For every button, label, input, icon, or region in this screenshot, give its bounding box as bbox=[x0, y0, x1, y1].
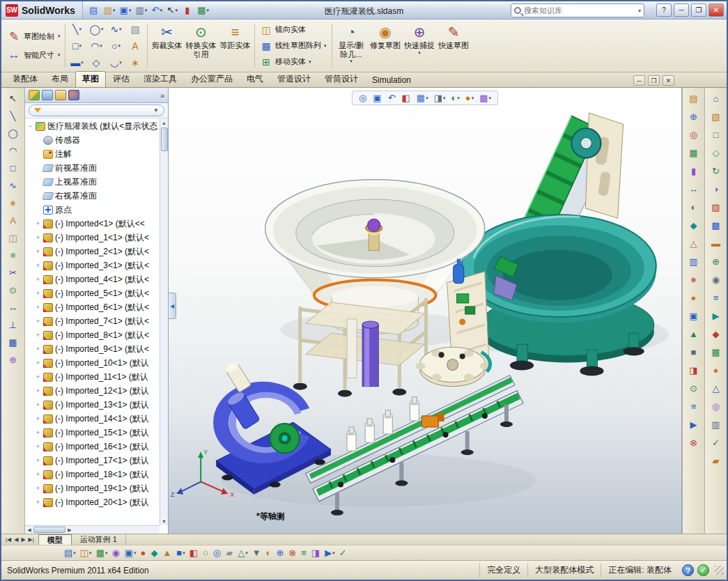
quick-snaps-button[interactable]: ⊕ 快速捕捉 ▾ bbox=[403, 21, 437, 70]
bill-of-materials-icon[interactable]: ▥ bbox=[686, 254, 702, 269]
propertymanager-tab-icon[interactable] bbox=[42, 90, 53, 100]
display-style-icon[interactable]: ◨ ▾ bbox=[432, 92, 448, 104]
minimize-button[interactable]: ─ bbox=[674, 3, 689, 17]
tree-item[interactable]: + (-) Imported_6<1> (默认< bbox=[26, 300, 160, 314]
dimension-icon[interactable]: ↔ bbox=[5, 300, 22, 315]
convert-entities-button[interactable]: ⊙ 转换实体引用 bbox=[184, 21, 218, 70]
expander-icon[interactable]: + bbox=[35, 471, 41, 478]
appearance-icon[interactable]: ● bbox=[141, 548, 147, 558]
move-component-icon[interactable]: ↔ bbox=[686, 181, 702, 196]
tree-item[interactable]: + (-) Imported_2<1> (默认< bbox=[26, 245, 160, 258]
linear-sketch-pattern-button[interactable]: ▦ 线性草图阵列 ▾ bbox=[257, 39, 330, 53]
circle-icon[interactable]: ◯ bbox=[5, 126, 22, 141]
tree-item[interactable]: + (-) Imported_16<1> (默认 bbox=[26, 440, 160, 454]
linear-component-pattern-icon[interactable]: ▦ ▾ bbox=[96, 548, 108, 558]
gem-icon[interactable]: ◆ bbox=[708, 326, 725, 341]
assembly-features-icon[interactable]: ◆ bbox=[686, 217, 702, 233]
tree-item[interactable]: 传感器 bbox=[26, 133, 160, 147]
zoom-fit-icon[interactable]: ◎ bbox=[357, 92, 369, 104]
design-library-icon[interactable]: ▧ bbox=[708, 109, 725, 124]
graphics-viewport[interactable]: X Y Z ◎ ▣ ↶ ◧ bbox=[169, 88, 682, 534]
expander-icon[interactable]: + bbox=[35, 401, 41, 408]
convert-icon[interactable]: ⊙ bbox=[5, 283, 22, 297]
tree-item[interactable]: + (-) Imported_10<1> (默认 bbox=[26, 356, 160, 370]
configurationmanager-tab-icon[interactable] bbox=[55, 90, 66, 100]
bar-tool-icon[interactable]: ▰ bbox=[226, 548, 233, 558]
view-orientation-icon[interactable]: ▦ ▾ bbox=[415, 92, 431, 104]
tree-root-item[interactable]: − 医疗瓶灌装线 (默认<显示状态 bbox=[26, 119, 160, 133]
add-tool-icon[interactable]: ⊕ bbox=[276, 548, 284, 558]
insert-component-icon[interactable]: ⊕ bbox=[686, 109, 702, 124]
solid-view-icon[interactable]: ■ bbox=[686, 344, 702, 359]
undo-icon[interactable]: ↶ ▾ bbox=[150, 3, 164, 17]
offset-icon[interactable]: ≡ bbox=[5, 248, 22, 263]
appearance-ball-icon[interactable]: ● bbox=[686, 290, 702, 305]
expander-icon[interactable]: + bbox=[35, 346, 41, 353]
half-block-icon[interactable]: ◨ bbox=[311, 548, 320, 558]
command-tab[interactable]: 草图 bbox=[75, 71, 106, 87]
view-palette-icon[interactable]: ◑ bbox=[708, 181, 725, 196]
triangle-pane-icon[interactable]: △ bbox=[708, 380, 725, 396]
macro-record-icon[interactable]: ▮ bbox=[180, 3, 194, 17]
print-icon[interactable]: ▥ ▾ bbox=[134, 3, 148, 17]
tree-collapse-arrow[interactable]: ◀ bbox=[169, 293, 176, 319]
reference-geometry-icon[interactable]: △ bbox=[686, 235, 702, 251]
expander-icon[interactable]: + bbox=[35, 248, 41, 255]
expander-icon[interactable]: + bbox=[35, 415, 41, 422]
appearances-pane-icon[interactable]: ▨ bbox=[708, 199, 725, 215]
open-document-icon[interactable]: ▨ ▾ bbox=[102, 3, 117, 17]
spline-icon[interactable]: ∿ ▾ bbox=[107, 21, 125, 37]
smart-dimension-button[interactable]: ↔ 智能尺寸 ▾ bbox=[4, 47, 63, 63]
construction-geometry-icon[interactable]: ▧ bbox=[126, 21, 145, 37]
search-dropdown-icon[interactable]: ▾ bbox=[638, 8, 641, 14]
fillet-icon[interactable]: ◡ ▾ bbox=[107, 54, 125, 70]
sketch-sheet-icon[interactable]: ▦ ▾ bbox=[196, 3, 210, 17]
recover-icon[interactable]: ↻ bbox=[708, 163, 725, 178]
tree-item[interactable]: 前视基准面 bbox=[26, 161, 160, 175]
command-tab[interactable]: 电气 bbox=[240, 71, 270, 87]
search-input[interactable] bbox=[524, 6, 638, 15]
quick-tips-icon[interactable]: ✓ bbox=[697, 564, 709, 576]
tree-item[interactable]: 上视基准面 bbox=[26, 175, 160, 189]
offset-entities-button[interactable]: ≡ 等距实体 bbox=[218, 21, 252, 70]
command-tab[interactable]: 办公室产品 bbox=[184, 71, 240, 87]
command-tab[interactable]: 布局 bbox=[45, 71, 75, 87]
expander-icon[interactable]: + bbox=[35, 234, 41, 241]
expander-icon[interactable]: + bbox=[35, 332, 41, 339]
list-icon[interactable]: ≡ bbox=[686, 398, 702, 414]
ring-icon[interactable]: ◎ bbox=[708, 398, 725, 414]
trim-icon[interactable]: ✂ bbox=[5, 265, 22, 280]
appearances-tab-icon[interactable] bbox=[68, 90, 79, 100]
component-pattern-icon[interactable]: ▦ bbox=[686, 145, 702, 160]
command-tab[interactable]: 管道设计 bbox=[270, 71, 318, 87]
tree-item[interactable]: + (-) Imported_19<1> (默认 bbox=[26, 481, 160, 495]
tree-vertical-scrollbar[interactable]: ▲ ▼ bbox=[160, 118, 168, 525]
expander-icon[interactable]: + bbox=[35, 373, 41, 380]
tree-item[interactable]: + (-) Imported_8<1> (默认< bbox=[26, 328, 160, 342]
previous-view-icon[interactable]: ↶ bbox=[386, 92, 398, 104]
line-icon[interactable]: ╲ bbox=[5, 109, 22, 123]
ellipse-icon[interactable]: ○ ▾ bbox=[107, 38, 125, 54]
section-view-icon[interactable]: ◧ bbox=[400, 92, 413, 104]
list-pane-icon[interactable]: ≡ bbox=[708, 290, 725, 305]
edit-appearance-icon[interactable]: ● ▾ bbox=[463, 92, 476, 104]
play-pane-icon[interactable]: ▶ bbox=[708, 308, 725, 323]
ball-icon[interactable]: ● bbox=[708, 362, 725, 378]
expander-icon[interactable]: + bbox=[35, 262, 41, 269]
tab-nav-icon[interactable]: |◀ bbox=[5, 536, 12, 543]
exploded-view-icon[interactable]: ∗ bbox=[686, 272, 702, 287]
check-pane-icon[interactable]: ✓ bbox=[708, 435, 725, 450]
triangle-tool-icon[interactable]: △ ▾ bbox=[238, 548, 248, 558]
spline-icon[interactable]: ∿ bbox=[5, 178, 22, 193]
document-restore-button[interactable]: ❐ bbox=[648, 75, 660, 86]
scroll-down-icon[interactable]: ▼ bbox=[162, 517, 166, 525]
apply-scene-icon[interactable]: ▩ ▾ bbox=[477, 92, 493, 104]
expander-icon[interactable]: + bbox=[35, 387, 41, 394]
mirror-entities-button[interactable]: ◫ 镜向实体 bbox=[257, 23, 330, 37]
rectangle-icon[interactable]: □ bbox=[5, 161, 22, 176]
up-axis-icon[interactable]: ▲ bbox=[686, 326, 702, 341]
tree-item[interactable]: + (-) Imported<1> (默认<< bbox=[26, 217, 160, 231]
add-pane-icon[interactable]: ⊕ bbox=[708, 254, 725, 269]
play-tool-icon[interactable]: ▶ ▾ bbox=[325, 548, 335, 558]
tab-nav-icon[interactable]: ▶ bbox=[20, 536, 26, 543]
